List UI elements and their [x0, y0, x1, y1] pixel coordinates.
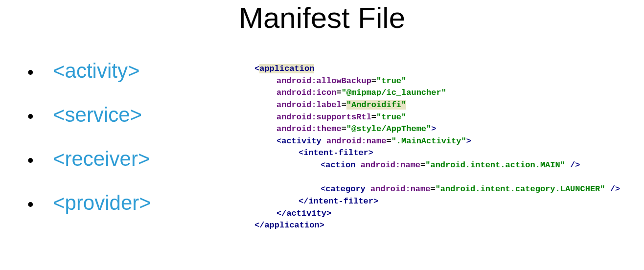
- code-line-activity-open: <activity android:name=".MainActivity">: [254, 135, 620, 148]
- code-line-blank: [254, 172, 620, 184]
- code-line-action: <action android:name="android.intent.act…: [254, 159, 620, 172]
- bullet-activity: <activity>: [24, 59, 254, 83]
- slide-title: Manifest File: [0, 0, 644, 35]
- code-line-allowbackup: android:allowBackup="true": [254, 75, 620, 88]
- code-line-icon: android:icon="@mipmap/ic_launcher": [254, 87, 620, 99]
- bullet-service: <service>: [24, 103, 254, 127]
- code-line-category: <category android:name="android.intent.c…: [254, 183, 620, 196]
- code-line-theme: android:theme="@style/AppTheme">: [254, 123, 620, 135]
- code-line-supportsrtl: android:supportsRtl="true": [254, 112, 620, 124]
- code-block: <application android:allowBackup="true" …: [254, 59, 620, 235]
- code-line-intentfilter-open: <intent-filter>: [254, 147, 620, 159]
- code-line-application-close: </application>: [254, 220, 620, 232]
- bullet-provider: <provider>: [24, 191, 254, 215]
- code-line-activity-close: </activity>: [254, 208, 620, 220]
- code-line-label: android:label="Androidifi": [254, 99, 620, 112]
- code-line-application-open: <application: [254, 63, 620, 75]
- bullet-receiver: <receiver>: [24, 147, 254, 171]
- content-area: <activity> <service> <receiver> <provide…: [0, 59, 644, 235]
- code-line-intentfilter-close: </intent-filter>: [254, 196, 620, 208]
- bullet-list: <activity> <service> <receiver> <provide…: [0, 59, 254, 235]
